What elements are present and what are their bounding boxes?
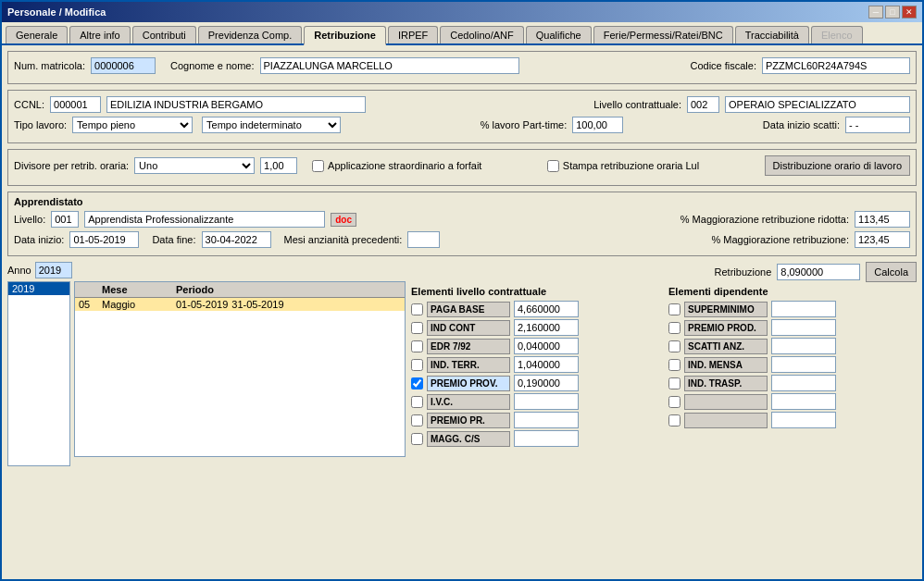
el-cb-2[interactable] [411, 340, 423, 352]
tab-altre-info[interactable]: Altre info [69, 26, 130, 43]
ed-val-2[interactable] [771, 338, 836, 354]
app-data-inizio-input[interactable] [69, 231, 139, 248]
ed-cb-3[interactable] [668, 359, 681, 371]
divisore-num-input[interactable] [260, 157, 297, 174]
perc-lavoro-input[interactable] [572, 117, 623, 133]
el-val-5[interactable] [514, 393, 579, 410]
stampa-label: Stampa retribuzione oraria Lul [563, 160, 699, 171]
livello-code-input[interactable] [687, 96, 719, 113]
cognome-label: Cognome e nome: [170, 60, 255, 71]
mp-month-name: Maggio [98, 298, 172, 311]
el-label-5: I.V.C. [427, 394, 510, 410]
ed-label-1: PREMIO PROD. [684, 320, 768, 336]
ed-val-0[interactable] [771, 301, 836, 317]
app-livello-name-input[interactable] [84, 211, 325, 228]
el-val-1[interactable] [514, 319, 579, 336]
col-periodo: Periodo [172, 282, 405, 297]
ccnl-row: CCNL: Livello contrattuale: [14, 96, 910, 113]
perc-magg-label: % Maggiorazione retribuzione: [711, 234, 849, 245]
applicazione-checkbox[interactable] [312, 160, 324, 172]
el-val-2[interactable] [514, 338, 579, 354]
left-panel: Anno 2019 Mese Periodo [7, 262, 406, 465]
perc-magg-input[interactable] [855, 231, 910, 248]
close-button[interactable]: ✕ [902, 6, 917, 19]
distribuzione-button[interactable]: Distribuzione orario di lavoro [765, 155, 910, 176]
num-matricola-input[interactable] [91, 57, 156, 74]
ccnl-code-input[interactable] [50, 96, 101, 113]
perc-ridotta-input[interactable] [855, 211, 910, 228]
el-cb-4[interactable] [411, 377, 423, 389]
year-list[interactable]: 2019 [7, 281, 70, 466]
tipo-contratto-select[interactable]: Tempo indeterminato Determinato [202, 117, 341, 133]
mp-num: 05 [75, 298, 98, 311]
el-row-3: IND. TERR. [411, 356, 659, 373]
cognome-input[interactable] [260, 57, 519, 74]
ed-cb-5[interactable] [668, 396, 681, 408]
year-month-area: 2019 Mese Periodo 05 Maggio [7, 281, 406, 465]
apprendistato-date-row: Data inizio: Data fine: Mesi anzianità p… [14, 231, 440, 248]
el-val-4[interactable] [514, 375, 579, 391]
ed-val-4[interactable] [771, 375, 836, 391]
minimize-button[interactable]: ─ [868, 6, 883, 19]
stampa-checkbox[interactable] [547, 160, 559, 172]
section-personal: Num. matricola: Cognome e nome: Codice f… [7, 51, 917, 84]
el-val-7[interactable] [514, 430, 579, 447]
ed-val-5[interactable] [771, 393, 836, 410]
el-cb-1[interactable] [411, 322, 423, 334]
elementi-dipendente-title: Elementi dipendente [668, 286, 917, 297]
tab-tracciabilita[interactable]: Tracciabilità [735, 26, 809, 43]
retribuzione-input[interactable] [777, 264, 860, 280]
maximize-button[interactable]: □ [885, 6, 900, 19]
el-val-6[interactable] [514, 412, 579, 428]
livello-name-input[interactable] [725, 96, 910, 113]
tab-contributi[interactable]: Contributi [132, 26, 196, 43]
section-divisore: Divisore per retrib. oraria: Uno Due Tre… [7, 149, 917, 186]
mp-row[interactable]: 05 Maggio 01-05-2019 31-05-2019 [75, 298, 405, 311]
tab-ferie[interactable]: Ferie/Permessi/Ratei/BNC [593, 26, 733, 43]
el-val-0[interactable] [514, 301, 579, 317]
ed-cb-6[interactable] [668, 414, 681, 426]
app-mesi-input[interactable] [407, 231, 440, 248]
el-cb-7[interactable] [411, 433, 423, 445]
el-row-7: MAGG. C/S [411, 430, 659, 447]
tipo-lavoro-select[interactable]: Tempo pieno Part-time [72, 117, 193, 133]
el-label-4: PREMIO PROV. [427, 376, 510, 391]
ed-val-3[interactable] [771, 356, 836, 373]
tipo-lavoro-row: Tipo lavoro: Tempo pieno Part-time Tempo… [14, 117, 910, 133]
tab-qualifiche[interactable]: Qualifiche [526, 26, 592, 43]
el-cb-5[interactable] [411, 396, 423, 408]
tab-retribuzione[interactable]: Retribuzione [304, 26, 386, 45]
tab-cedolino[interactable]: Cedolino/ANF [440, 26, 523, 43]
data-inizio-scatti-input[interactable] [845, 117, 910, 133]
app-livello-label: Livello: [14, 214, 45, 225]
ed-val-1[interactable] [771, 319, 836, 336]
el-cb-6[interactable] [411, 414, 423, 426]
perc-lavoro-label: % lavoro Part-time: [481, 119, 568, 130]
app-livello-code-input[interactable] [51, 211, 79, 228]
ed-row-1: PREMIO PROD. [668, 319, 917, 336]
ed-cb-2[interactable] [668, 340, 681, 352]
calcola-button[interactable]: Calcola [866, 262, 917, 282]
tab-irpef[interactable]: IRPEF [388, 26, 438, 43]
anno-input[interactable] [35, 262, 72, 278]
mp-period: 01-05-2019 31-05-2019 [172, 298, 405, 311]
ccnl-name-input[interactable] [106, 96, 366, 113]
app-data-fine-input[interactable] [202, 231, 271, 248]
app-data-inizio-label: Data inizio: [14, 234, 64, 245]
year-item[interactable]: 2019 [8, 282, 69, 295]
codice-fiscale-input[interactable] [762, 57, 910, 74]
el-label-6: PREMIO PR. [427, 413, 510, 428]
el-cb-3[interactable] [411, 359, 423, 371]
ed-cb-1[interactable] [668, 322, 681, 334]
ed-val-6[interactable] [771, 412, 836, 428]
content-area: Num. matricola: Cognome e nome: Codice f… [2, 45, 922, 579]
doc-button[interactable]: doc [331, 213, 356, 227]
tab-previdenza[interactable]: Previdenza Comp. [198, 26, 303, 43]
section-ccnl: CCNL: Livello contrattuale: Tipo lavoro:… [7, 90, 917, 143]
ed-cb-0[interactable] [668, 303, 681, 315]
divisore-select[interactable]: Uno Due Tre [134, 157, 255, 174]
el-val-3[interactable] [514, 356, 579, 373]
ed-cb-4[interactable] [668, 377, 681, 389]
el-cb-0[interactable] [411, 303, 423, 315]
tab-generale[interactable]: Generale [6, 26, 68, 43]
